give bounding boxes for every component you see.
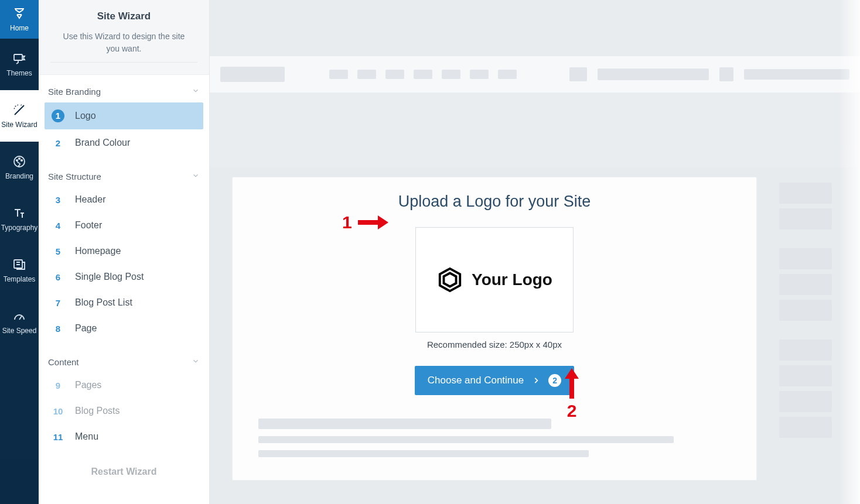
chevron-right-icon [532, 376, 540, 385]
preview-hero-skeleton [210, 92, 860, 167]
step-label: Blog Post List [75, 297, 132, 308]
skeleton-block [779, 417, 832, 438]
rail-site-wizard[interactable]: Site Wizard [0, 90, 39, 142]
skeleton-block [779, 248, 832, 269]
skeleton-block [779, 183, 832, 204]
gauge-icon [12, 309, 26, 323]
typography-icon [12, 206, 26, 220]
section-site-branding: Site Branding 1 Logo 2 Brand Colour [39, 75, 209, 160]
step-pages[interactable]: 9 Pages [45, 373, 203, 397]
preview-area: Upload a Logo for your Site Your Logo Re… [210, 0, 860, 504]
logo-placeholder-text: Your Logo [472, 270, 552, 289]
step-brand-colour[interactable]: 2 Brand Colour [45, 131, 203, 155]
skeleton-block [744, 69, 849, 80]
step-header[interactable]: 3 Header [45, 187, 203, 212]
step-number: 6 [52, 272, 64, 282]
skeleton-block [498, 70, 517, 79]
logo-dropzone[interactable]: Your Logo [415, 227, 574, 332]
skeleton-block [779, 340, 832, 361]
arrow-right-icon [357, 213, 390, 232]
skeleton-block [779, 274, 832, 295]
rail-typography-label: Typography [1, 224, 38, 232]
recommended-size-text: Recommended size: 250px x 40px [427, 340, 562, 349]
section-title: Site Structure [48, 172, 101, 181]
step-label: Single Blog Post [75, 272, 144, 282]
step-number: 4 [52, 221, 64, 231]
skeleton-block [719, 67, 733, 81]
chevron-down-icon [192, 87, 200, 97]
step-blog-post-list[interactable]: 7 Blog Post List [45, 290, 203, 315]
section-head-branding[interactable]: Site Branding [39, 81, 209, 102]
skeleton-block [258, 436, 674, 443]
skeleton-block [779, 365, 832, 386]
step-number: 7 [52, 298, 64, 308]
step-label: Homepage [75, 246, 121, 256]
section-head-structure[interactable]: Site Structure [39, 166, 209, 187]
step-number: 5 [52, 246, 64, 256]
step-number: 9 [52, 380, 64, 390]
step-homepage[interactable]: 5 Homepage [45, 239, 203, 263]
rail-branding[interactable]: Branding [0, 142, 39, 193]
rail-templates[interactable]: Templates [0, 245, 39, 296]
svg-point-4 [21, 160, 22, 161]
rail-home-label: Home [10, 24, 29, 32]
step-label: Blog Posts [75, 406, 120, 416]
step-logo[interactable]: 1 Logo [45, 102, 203, 129]
home-logo-icon [12, 6, 26, 20]
svg-point-2 [16, 160, 18, 161]
step-label: Header [75, 194, 105, 205]
rail-site-speed[interactable]: Site Speed [0, 296, 39, 348]
skeleton-block [779, 300, 832, 321]
rail-site-speed-label: Site Speed [2, 327, 37, 335]
svg-point-3 [19, 158, 20, 159]
step-page[interactable]: 8 Page [45, 316, 203, 341]
step-number: 1 [52, 109, 64, 122]
palette-icon [12, 155, 26, 169]
cta-label: Choose and Continue [428, 375, 524, 386]
step-number: 3 [52, 195, 64, 205]
step-blog-posts[interactable]: 10 Blog Posts [45, 399, 203, 423]
svg-marker-7 [444, 273, 456, 287]
annotation-1: 1 [342, 212, 390, 232]
rail-home[interactable]: Home [0, 0, 39, 39]
rail-typography[interactable]: Typography [0, 193, 39, 245]
left-rail: Home Themes Site Wizard Branding Typogra… [0, 0, 39, 504]
skeleton-block [357, 70, 376, 79]
skeleton-block [414, 70, 432, 79]
section-title: Site Branding [48, 87, 101, 97]
annotation-number: 2 [567, 401, 577, 421]
step-footer[interactable]: 4 Footer [45, 213, 203, 238]
step-label: Footer [75, 220, 102, 231]
rail-themes[interactable]: Themes [0, 39, 39, 90]
step-label: Menu [75, 431, 98, 442]
chevron-down-icon [192, 172, 200, 181]
next-step-badge: 2 [548, 374, 561, 387]
step-label: Logo [75, 111, 96, 121]
skeleton-block [442, 70, 460, 79]
step-number: 2 [52, 138, 64, 148]
content-skeleton [258, 419, 731, 457]
step-single-blog-post[interactable]: 6 Single Blog Post [45, 265, 203, 289]
wizard-sidebar: Site Wizard Use this Wizard to design th… [39, 0, 210, 504]
svg-rect-5 [14, 260, 22, 268]
preview-nav-skeleton [210, 56, 860, 92]
hexagon-logo-icon [436, 266, 463, 293]
rail-templates-label: Templates [4, 275, 36, 283]
rail-themes-label: Themes [6, 69, 32, 77]
step-menu[interactable]: 11 Menu [45, 424, 203, 449]
skeleton-block [220, 67, 285, 82]
skeleton-block [329, 70, 348, 79]
step-number: 8 [52, 324, 64, 334]
skeleton-block [470, 70, 489, 79]
rail-branding-label: Branding [5, 172, 33, 180]
wand-icon [12, 103, 26, 117]
step-number: 11 [52, 432, 64, 442]
skeleton-block [598, 68, 709, 80]
upload-logo-card: Upload a Logo for your Site Your Logo Re… [232, 177, 757, 481]
skeleton-block [385, 70, 404, 79]
restart-wizard-link[interactable]: Restart Wizard [39, 454, 209, 493]
wizard-header: Site Wizard Use this Wizard to design th… [39, 0, 209, 75]
choose-and-continue-button[interactable]: Choose and Continue 2 [415, 366, 574, 395]
skeleton-block [258, 419, 551, 429]
section-head-content[interactable]: Content [39, 351, 209, 373]
